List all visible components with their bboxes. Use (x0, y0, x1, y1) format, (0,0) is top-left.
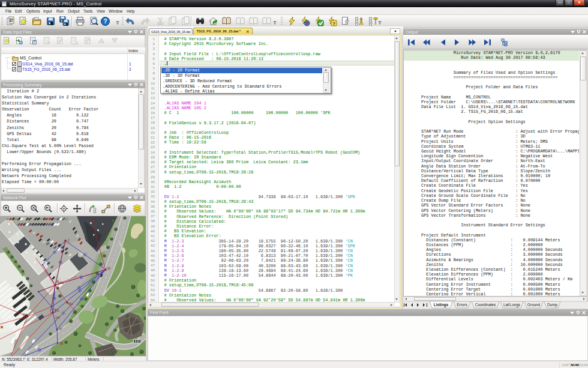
svg-text:?: ? (103, 18, 107, 25)
svg-text:?: ? (332, 21, 335, 26)
svg-text:Lat/Longs: Lat/Longs (503, 303, 520, 307)
svg-text:Ground: Ground (527, 303, 541, 307)
svg-text:104: 104 (55, 316, 60, 319)
svg-text:451: 451 (68, 303, 73, 306)
svg-text:Errors: Errors (457, 303, 467, 307)
svg-text:Coordinates: Coordinates (475, 303, 496, 307)
svg-text:58: 58 (60, 342, 64, 345)
svg-text:66: 66 (23, 313, 26, 316)
svg-text:4451: 4451 (58, 282, 64, 285)
svg-text:102: 102 (55, 309, 59, 312)
svg-text:3: 3 (68, 239, 70, 242)
svg-text:Listings: Listings (434, 303, 449, 307)
svg-text:Dump: Dump (547, 303, 557, 307)
svg-text:68: 68 (107, 267, 111, 270)
svg-text:57: 57 (59, 328, 63, 331)
